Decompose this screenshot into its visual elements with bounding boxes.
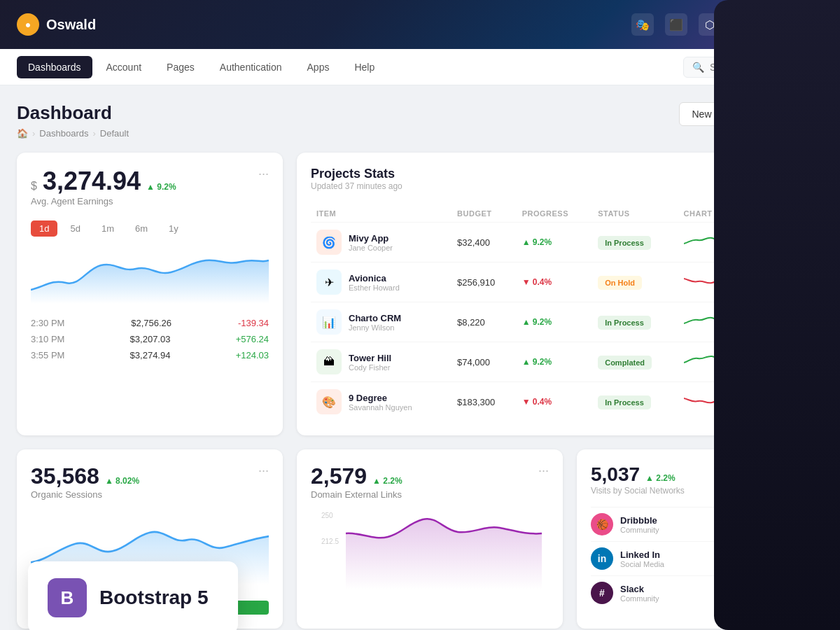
proj-status-1: On Hold: [598, 276, 642, 290]
earnings-change-badge: ▲ 9.2%: [146, 182, 176, 192]
proj-person-4: Savannah Nguyen: [349, 403, 412, 412]
proj-person-1: Esther Howard: [349, 284, 400, 292]
nav-items: Dashboards Account Pages Authentication …: [17, 56, 386, 78]
nav-item-help[interactable]: Help: [343, 56, 386, 78]
social-icon-0: 🏀: [591, 513, 613, 536]
proj-budget-0: $32,400: [451, 223, 517, 262]
earnings-row-3: 3:55 PM $3,274.94 +124.03: [31, 350, 269, 360]
proj-item-0: 🌀 Mivy App Jane Cooper: [316, 230, 446, 255]
more-icon[interactable]: ···: [258, 167, 269, 181]
proj-name-2: Charto CRM: [349, 313, 401, 323]
proj-budget-2: $8,220: [451, 302, 517, 342]
svg-text:212.5: 212.5: [321, 538, 339, 545]
earnings-row-2: 3:10 PM $3,207.03 +576.24: [31, 334, 269, 344]
time-3: 3:55 PM: [31, 350, 64, 360]
time-buttons: 1d 5d 1m 6m 1y: [31, 220, 269, 237]
proj-budget-4: $183,300: [451, 382, 517, 422]
bootstrap-text: Bootstrap 5: [99, 587, 209, 609]
nav-item-dashboards[interactable]: Dashboards: [17, 56, 92, 78]
organic-header: 35,568 ▲ 8.02% Organic Sessions ···: [31, 463, 269, 505]
social-left-1: in Linked In Social Media: [591, 547, 664, 570]
change-3: +124.03: [236, 350, 269, 360]
proj-item-3: 🏔 Tower Hill Cody Fisher: [316, 349, 446, 374]
social-icon-2: #: [591, 582, 613, 604]
currency-symbol: $: [31, 180, 37, 192]
organic-info: 35,568 ▲ 8.02% Organic Sessions: [31, 463, 139, 505]
proj-budget-3: $74,000: [451, 342, 517, 382]
col-budget: BUDGET: [451, 205, 517, 223]
earnings-card: $ 3,274.94 ▲ 9.2% Avg. Agent Earnings ··…: [17, 153, 283, 435]
mask-icon[interactable]: 🎭: [631, 13, 654, 36]
projects-title-section: Projects Stats Updated 37 minutes ago: [311, 167, 402, 202]
search-icon: 🔍: [692, 62, 704, 73]
proj-item-4: 🎨 9 Degree Savannah Nguyen: [316, 389, 446, 414]
bootstrap-icon: B: [48, 578, 87, 617]
time-btn-1m[interactable]: 1m: [93, 220, 122, 237]
dark-overlay-panel: [714, 0, 840, 630]
logo-text: Oswald: [46, 17, 96, 33]
social-icon-1: in: [591, 547, 613, 570]
proj-name-1: Avionica: [349, 273, 400, 284]
proj-status-2: In Process: [598, 316, 651, 330]
domain-label: Domain External Links: [311, 489, 402, 500]
time-btn-6m[interactable]: 6m: [127, 220, 156, 237]
organic-change: ▲ 8.02%: [105, 476, 139, 486]
proj-progress-0: ▲ 9.2%: [522, 237, 587, 247]
proj-name-4: 9 Degree: [349, 393, 412, 403]
proj-icon-3: 🏔: [316, 349, 342, 374]
social-title: Visits by Social Networks: [591, 486, 685, 496]
time-btn-1y[interactable]: 1y: [160, 220, 187, 237]
breadcrumb-default: Default: [100, 128, 129, 139]
proj-icon-2: 📊: [316, 309, 342, 335]
page-title: Dashboard: [17, 102, 129, 124]
logo-icon: ●: [17, 13, 39, 36]
social-name-2: Slack: [620, 584, 659, 594]
social-amount: 5,037: [591, 463, 640, 486]
col-status: STATUS: [592, 205, 678, 223]
proj-item-2: 📊 Charto CRM Jenny Wilson: [316, 309, 446, 335]
domain-change: ▲ 2.2%: [372, 476, 402, 486]
proj-progress-4: ▼ 0.4%: [522, 397, 587, 407]
domain-header: 2,579 ▲ 2.2% Domain External Links ···: [311, 463, 549, 505]
organic-label: Organic Sessions: [31, 489, 139, 500]
proj-item-1: ✈ Avionica Esther Howard: [316, 270, 446, 295]
proj-progress-2: ▲ 9.2%: [522, 317, 587, 327]
title-section: Dashboard 🏠 › Dashboards › Default: [17, 102, 129, 139]
proj-name-0: Mivy App: [349, 233, 393, 244]
amount-3: $3,274.94: [130, 350, 171, 360]
nav-item-pages[interactable]: Pages: [155, 56, 206, 78]
time-btn-1d[interactable]: 1d: [31, 220, 57, 237]
earnings-chart: [31, 248, 269, 307]
earnings-row-1: 2:30 PM $2,756.26 -139.34: [31, 318, 269, 328]
social-name-0: Dribbble: [620, 515, 659, 526]
amount-2: $3,207.03: [130, 334, 171, 344]
organic-more-icon[interactable]: ···: [258, 463, 269, 478]
breadcrumb-dashboards[interactable]: Dashboards: [39, 128, 88, 139]
nav-item-account[interactable]: Account: [95, 56, 153, 78]
projects-title: Projects Stats: [311, 167, 402, 181]
proj-person-0: Jane Cooper: [349, 244, 393, 252]
proj-budget-1: $256,910: [451, 262, 517, 302]
earnings-header: $ 3,274.94 ▲ 9.2% Avg. Agent Earnings ··…: [31, 167, 269, 218]
earnings-amount: 3,274.94: [43, 167, 141, 196]
time-btn-5d[interactable]: 5d: [62, 220, 88, 237]
breadcrumb: 🏠 › Dashboards › Default: [17, 128, 129, 139]
change-1: -139.34: [238, 318, 269, 328]
header-left: ● Oswald: [17, 13, 96, 36]
display-icon[interactable]: ⬛: [665, 13, 687, 36]
social-left-2: # Slack Community: [591, 582, 659, 604]
nav-item-authentication[interactable]: Authentication: [209, 56, 293, 78]
proj-progress-3: ▲ 9.2%: [522, 357, 587, 367]
proj-progress-1: ▼ 0.4%: [522, 277, 587, 287]
domain-amount: 2,579: [311, 463, 367, 489]
change-2: +576.24: [236, 334, 269, 344]
proj-status-3: Complated: [598, 356, 652, 370]
domain-links-card: 2,579 ▲ 2.2% Domain External Links ··· 2…: [297, 449, 563, 629]
proj-name-3: Tower Hill: [349, 353, 391, 363]
top-grid: $ 3,274.94 ▲ 9.2% Avg. Agent Earnings ··…: [17, 153, 823, 435]
page-header: Dashboard 🏠 › Dashboards › Default New P…: [17, 102, 823, 139]
domain-more-icon[interactable]: ···: [538, 463, 549, 478]
proj-person-3: Cody Fisher: [349, 363, 391, 372]
social-name-1: Linked In: [620, 550, 664, 560]
nav-item-apps[interactable]: Apps: [296, 56, 341, 78]
